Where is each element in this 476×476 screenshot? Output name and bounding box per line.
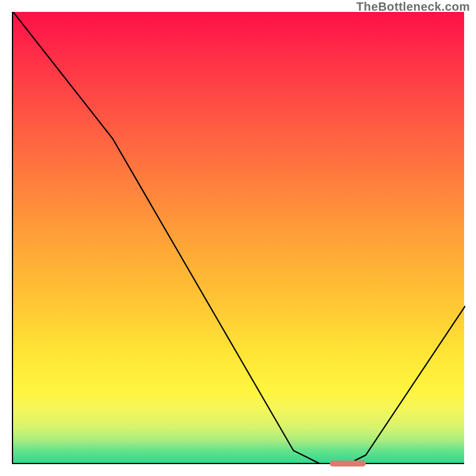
- chart-container: TheBottleneck.com: [0, 0, 476, 476]
- highlight-marker: [330, 461, 366, 466]
- curve-svg: [13, 12, 465, 464]
- plot-area: [12, 12, 464, 464]
- bottleneck-curve: [13, 12, 465, 464]
